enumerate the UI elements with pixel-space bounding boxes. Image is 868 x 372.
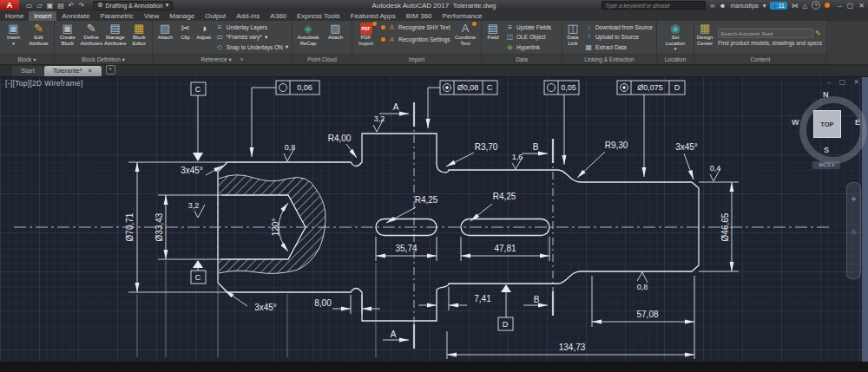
close-tab-icon[interactable]: ✕ <box>88 66 93 76</box>
reference-row-button[interactable]: ≡ Underlay Layers <box>216 23 288 32</box>
field-button[interactable]: ▤ Field <box>483 22 503 53</box>
ribbon-tab[interactable]: Express Tools <box>292 11 345 21</box>
design-center-icon: ▦ <box>700 22 710 35</box>
design-center-button[interactable]: ▦ Design Center <box>696 22 713 53</box>
workspace-switcher[interactable]: ⚙ Drafting & Annotation ▾ <box>93 1 173 10</box>
doc-minimize-button[interactable]: – <box>827 78 831 86</box>
panel-point-cloud: ◈ Autodesk ReCap ▨ Attach Point Cloud <box>293 21 352 64</box>
pan-icon[interactable]: ✥ <box>852 196 857 203</box>
ribbon-tab[interactable]: Featured Apps <box>345 11 401 21</box>
row-icon: ▦ <box>585 43 593 51</box>
linking-row-button[interactable]: ▦ Extract Data <box>585 42 653 52</box>
file-tab-bar: Start Tolerante* ✕ + <box>0 64 868 77</box>
file-tab-tolerante[interactable]: Tolerante* ✕ <box>44 66 102 76</box>
viewcube-top-face[interactable]: TOP <box>813 110 841 138</box>
set-location-button[interactable]: ◉ Set Location ▾ <box>664 22 687 53</box>
attach-pointcloud-button[interactable]: ▨ Attach <box>324 22 347 53</box>
create-block-button[interactable]: ▣ Create Block <box>56 22 79 53</box>
panel-label-linking-extraction[interactable]: Linking & Extraction <box>562 54 656 64</box>
edit-attribute-button[interactable]: ✎ Edit Attribute <box>27 22 50 53</box>
ribbon-tab[interactable]: Output <box>200 11 231 21</box>
viewcube-south[interactable]: S <box>824 146 829 154</box>
panel-label-content[interactable]: Content <box>694 54 826 64</box>
panel-label-import[interactable]: Import <box>352 54 481 64</box>
close-button[interactable]: ✕ <box>858 2 865 10</box>
ribbon-tab[interactable]: BIM 360 <box>401 11 437 21</box>
communication-center-badge[interactable]: ◗ 11 <box>770 2 787 10</box>
panel-location: ◉ Set Location ▾ Location <box>657 21 694 64</box>
file-tab-start[interactable]: Start <box>12 66 43 76</box>
block-editor-button[interactable]: ▦ Block Editor <box>128 22 151 53</box>
new-tab-button[interactable]: + <box>106 65 115 75</box>
panel-block: ▣ Insert ▾ ✎ Edit Attribute Block▾ <box>0 21 55 64</box>
panel-label-block-definition[interactable]: Block Definition▾ <box>55 54 152 64</box>
restore-button[interactable]: ▢ <box>847 2 854 10</box>
import-row-button[interactable]: A Recognition Settings <box>381 35 450 44</box>
navigation-bar[interactable]: ✥ ◎ ◌ <box>846 182 861 279</box>
viewcube-north[interactable]: N <box>823 90 829 99</box>
dialog-launcher-icon[interactable]: » <box>240 56 244 62</box>
panel-label-block[interactable]: Block▾ <box>0 54 54 64</box>
autodesk-app-icon[interactable]: ⋈ <box>792 2 799 10</box>
ribbon-tab[interactable]: Manage <box>164 11 200 21</box>
stay-connected-icon[interactable]: △ <box>803 2 808 10</box>
exchange-search-icon[interactable]: ∞ <box>710 2 714 10</box>
clip-icon: ✂ <box>181 22 190 35</box>
ribbon-tab[interactable]: A360 <box>265 11 292 21</box>
ribbon-tab[interactable]: Parametric <box>95 11 139 21</box>
row-icon: ≡ <box>216 23 224 31</box>
orbit-icon[interactable]: ◌ <box>852 260 855 266</box>
panel-label-point-cloud[interactable]: Point Cloud <box>293 54 352 64</box>
drawing-canvas[interactable] <box>0 76 868 362</box>
doc-restore-button[interactable]: ▢ <box>839 78 846 86</box>
panel-label-data[interactable]: Data <box>482 54 562 64</box>
panel-block-definition: ▣ Create Block ✎ Define Attributes ▤ Man… <box>55 21 153 64</box>
row-icon: ▭ <box>216 33 224 41</box>
chevron-down-icon[interactable]: ▾ <box>763 2 766 10</box>
help-icon[interactable]: ? <box>812 1 820 10</box>
reference-row-button[interactable]: ◇ Snap to Underlays ON▾ <box>216 42 288 52</box>
insert-block-button[interactable]: ▣ Insert ▾ <box>2 22 25 53</box>
clip-button[interactable]: ✂ Clip <box>178 22 194 53</box>
row-icon: ↓ <box>585 23 593 31</box>
doc-close-button[interactable]: ✕ <box>853 78 859 86</box>
autodesk-recap-button[interactable]: ◈ Autodesk ReCap <box>294 22 322 53</box>
panel-label-reference[interactable]: Reference▾ » <box>153 54 292 64</box>
reference-row-button[interactable]: ▭ *Frames vary*▾ <box>216 32 288 42</box>
new-feature-dot-icon <box>381 25 385 29</box>
ribbon-tab[interactable]: Performance <box>437 11 488 21</box>
data-row-button[interactable]: ◉ Hyperlink <box>506 42 551 52</box>
zoom-icon[interactable]: ◎ <box>851 228 856 235</box>
seek-search-icon[interactable]: ✎ <box>815 29 821 37</box>
combine-text-icon: A <box>462 22 470 35</box>
define-attributes-button[interactable]: ✎ Define Attributes <box>81 22 103 53</box>
import-row-button[interactable]: A Recognize SHX Text <box>381 23 450 32</box>
data-row-button[interactable]: ≡ Update Fields <box>506 23 551 32</box>
chevron-down-icon: ▾ <box>166 2 169 9</box>
adjust-button[interactable]: ◑ Adjust <box>195 22 213 53</box>
viewcube-wcs-menu[interactable]: WCS ▾ <box>812 161 840 169</box>
manage-attributes-button[interactable]: ▤ Manage Attributes <box>104 22 127 53</box>
ribbon-tab[interactable]: Insert <box>29 11 56 21</box>
panel-label-location[interactable]: Location <box>657 54 694 64</box>
viewcube-west[interactable]: W <box>792 118 799 127</box>
combine-text-button[interactable]: A Combine Text <box>454 22 477 53</box>
autocad-logo-icon[interactable]: A <box>0 0 19 10</box>
pdf-import-button[interactable]: PDF PDF Import <box>354 22 378 53</box>
linking-row-button[interactable]: ↓ Download from Source <box>585 23 653 32</box>
help-search-input[interactable] <box>602 1 706 10</box>
shx-text-icon: A <box>388 23 396 31</box>
signin-user[interactable]: mariustipa <box>730 3 758 9</box>
data-row-button[interactable]: ◫ OLE Object <box>506 32 551 42</box>
ribbon-tab[interactable]: Add-ins <box>231 11 265 21</box>
linking-row-button[interactable]: ↑ Upload to Source <box>585 32 653 42</box>
globe-icon: ◉ <box>670 22 680 35</box>
seek-search-input[interactable] <box>718 29 813 38</box>
ribbon-tab[interactable]: View <box>139 11 164 21</box>
viewcube-east[interactable]: E <box>855 118 860 127</box>
ribbon-tab[interactable]: Home <box>0 11 29 21</box>
minimize-button[interactable]: – <box>838 2 841 10</box>
data-link-button[interactable]: ◫ Data Link <box>564 22 582 53</box>
ribbon-tab[interactable]: Annotate <box>56 11 95 21</box>
attach-button[interactable]: ▨ Attach <box>155 22 176 53</box>
